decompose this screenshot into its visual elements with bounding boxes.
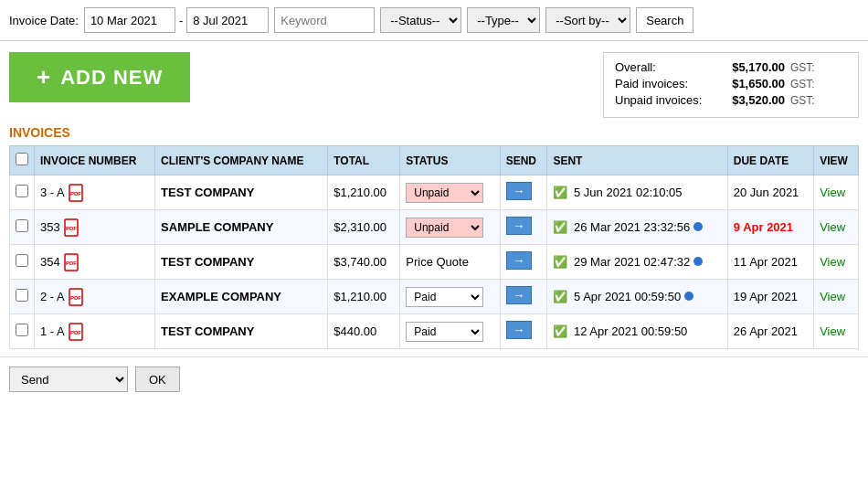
send-button[interactable] bbox=[506, 251, 532, 270]
sent-cell: ✅ 29 Mar 2021 02:47:32 bbox=[547, 245, 727, 280]
row-checkbox-cell bbox=[10, 245, 35, 280]
overall-row: Overall: $5,170.00 GST: bbox=[615, 60, 847, 74]
send-button[interactable] bbox=[506, 217, 532, 235]
svg-text:PDF: PDF bbox=[66, 260, 77, 266]
sent-date-text: 5 Jun 2021 02:10:05 bbox=[574, 186, 683, 199]
date-to-input[interactable] bbox=[186, 7, 269, 33]
invoice-number-cell: 3 - A PDF bbox=[35, 175, 155, 210]
view-cell: View bbox=[814, 245, 859, 280]
view-link[interactable]: View bbox=[820, 324, 845, 338]
row-checkbox-cell bbox=[10, 314, 35, 349]
keyword-input[interactable] bbox=[274, 7, 375, 33]
invoice-number-cell: 353 PDF bbox=[35, 210, 155, 245]
row-1-checkbox[interactable] bbox=[16, 219, 28, 232]
svg-text:PDF: PDF bbox=[70, 295, 81, 301]
invoice-date-label: Invoice Date: bbox=[9, 14, 79, 27]
unpaid-label: Unpaid invoices: bbox=[615, 93, 715, 107]
row-checkbox-cell bbox=[10, 280, 35, 314]
due-date-cell: 11 Apr 2021 bbox=[727, 245, 813, 280]
table-header-row: INVOICE NUMBER CLIENT'S COMPANY NAME TOT… bbox=[10, 146, 859, 175]
header-total: TOTAL bbox=[328, 146, 400, 175]
overall-amount: $5,170.00 bbox=[721, 60, 785, 74]
pdf-icon[interactable]: PDF bbox=[64, 218, 80, 237]
row-2-checkbox[interactable] bbox=[16, 254, 28, 267]
status-cell: Paid bbox=[400, 314, 500, 349]
view-link[interactable]: View bbox=[820, 290, 845, 303]
unpaid-amount: $3,520.00 bbox=[721, 93, 785, 107]
view-cell: View bbox=[814, 175, 859, 210]
sent-date-text: 5 Apr 2021 00:59:50 bbox=[574, 290, 681, 303]
date-separator: - bbox=[179, 14, 183, 27]
invoice-number-text: 354 bbox=[40, 255, 60, 269]
overall-gst: GST: bbox=[790, 61, 815, 74]
invoice-number-text: 2 - A bbox=[40, 290, 65, 303]
table-row: 3 - A PDF TEST COMPANY$1,210.00Unpaid✅ 5… bbox=[10, 175, 859, 210]
invoice-number-text: 1 - A bbox=[40, 324, 65, 338]
svg-text:PDF: PDF bbox=[70, 330, 81, 335]
sort-select[interactable]: --Sort by-- bbox=[545, 7, 630, 33]
pdf-icon[interactable]: PDF bbox=[64, 253, 80, 271]
view-link[interactable]: View bbox=[820, 255, 845, 269]
search-button[interactable]: Search bbox=[636, 7, 693, 33]
total-cell: $440.00 bbox=[328, 314, 400, 349]
send-button[interactable] bbox=[506, 286, 532, 304]
status-select[interactable]: --Status-- bbox=[380, 7, 461, 33]
unpaid-gst: GST: bbox=[790, 94, 815, 107]
total-cell: $2,310.00 bbox=[328, 210, 400, 245]
bulk-action-select[interactable]: Send bbox=[9, 366, 128, 392]
status-dropdown[interactable]: Unpaid bbox=[406, 183, 483, 203]
invoice-number-container: 2 - A PDF bbox=[40, 288, 149, 306]
pdf-icon[interactable]: PDF bbox=[69, 288, 85, 306]
status-dropdown[interactable]: Unpaid bbox=[406, 218, 483, 238]
table-row: 2 - A PDF EXAMPLE COMPANY$1,210.00Paid✅ … bbox=[10, 280, 859, 314]
add-new-button[interactable]: + ADD NEW bbox=[9, 52, 190, 102]
header-view: VIEW bbox=[814, 146, 859, 175]
row-4-checkbox[interactable] bbox=[16, 324, 28, 336]
header-due-date: DUE DATE bbox=[727, 146, 813, 175]
paid-row: Paid invoices: $1,650.00 GST: bbox=[615, 77, 847, 90]
invoice-number-container: 3 - A PDF bbox=[40, 184, 149, 202]
sent-date-text: 26 Mar 2021 23:32:56 bbox=[574, 220, 690, 234]
add-new-label: ADD NEW bbox=[60, 66, 163, 90]
send-cell bbox=[500, 175, 547, 210]
sent-date-text: 12 Apr 2021 00:59:50 bbox=[574, 324, 687, 338]
total-cell: $1,210.00 bbox=[328, 175, 400, 210]
row-3-checkbox[interactable] bbox=[16, 289, 28, 302]
paid-label: Paid invoices: bbox=[615, 77, 715, 90]
row-checkbox-cell bbox=[10, 210, 35, 245]
ok-button[interactable]: OK bbox=[135, 366, 180, 392]
send-button[interactable] bbox=[506, 321, 532, 339]
sent-check-icon: ✅ bbox=[553, 290, 571, 303]
sent-cell: ✅ 26 Mar 2021 23:32:56 bbox=[547, 210, 727, 245]
header-invoice-number: INVOICE NUMBER bbox=[35, 146, 155, 175]
action-row: + ADD NEW Overall: $5,170.00 GST: Paid i… bbox=[0, 41, 868, 125]
table-row: 354 PDF TEST COMPANY$3,740.00Price Quote… bbox=[10, 245, 859, 280]
status-cell: Paid bbox=[400, 280, 500, 314]
send-button[interactable] bbox=[506, 182, 532, 200]
invoice-number-cell: 354 PDF bbox=[35, 245, 155, 280]
pdf-icon[interactable]: PDF bbox=[69, 184, 85, 202]
due-date-text: 19 Apr 2021 bbox=[734, 290, 798, 303]
company-name-cell: SAMPLE COMPANY bbox=[155, 210, 328, 245]
blue-dot-icon bbox=[693, 257, 703, 266]
blue-dot-icon bbox=[693, 222, 703, 231]
status-text: Price Quote bbox=[406, 255, 469, 269]
date-from-input[interactable] bbox=[84, 7, 175, 33]
sent-check-icon: ✅ bbox=[553, 220, 571, 234]
table-row: 353 PDF SAMPLE COMPANY$2,310.00Unpaid✅ 2… bbox=[10, 210, 859, 245]
pdf-icon[interactable]: PDF bbox=[69, 323, 85, 341]
company-name-cell: TEST COMPANY bbox=[155, 175, 328, 210]
view-cell: View bbox=[814, 210, 859, 245]
type-select[interactable]: --Type-- bbox=[467, 7, 540, 33]
select-all-checkbox[interactable] bbox=[16, 153, 28, 165]
row-0-checkbox[interactable] bbox=[16, 185, 28, 197]
header-company-name: CLIENT'S COMPANY NAME bbox=[155, 146, 328, 175]
status-dropdown[interactable]: Paid bbox=[406, 322, 483, 342]
due-date-cell: 20 Jun 2021 bbox=[727, 175, 813, 210]
status-dropdown[interactable]: Paid bbox=[406, 287, 483, 307]
view-link[interactable]: View bbox=[820, 186, 845, 199]
company-name-cell: TEST COMPANY bbox=[155, 314, 328, 349]
blue-dot-icon bbox=[684, 292, 693, 301]
due-date-cell: 19 Apr 2021 bbox=[727, 280, 813, 314]
view-link[interactable]: View bbox=[820, 220, 845, 234]
